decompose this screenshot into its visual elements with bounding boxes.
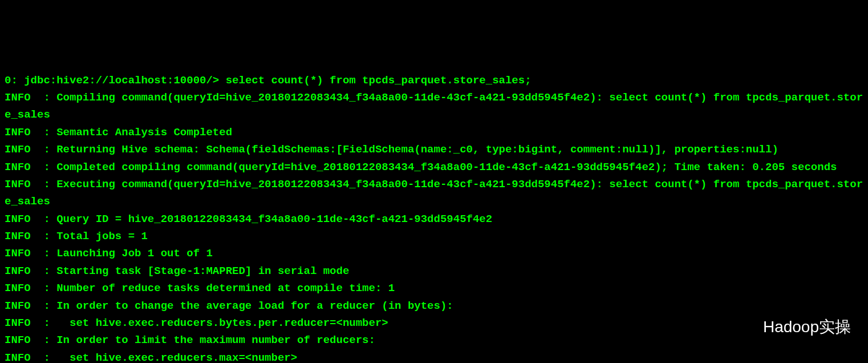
log-line: INFO : In order to change the average lo… <box>5 297 863 314</box>
log-line: INFO : Completed compiling command(query… <box>5 159 863 176</box>
log-line: INFO : Starting task [Stage-1:MAPRED] in… <box>5 263 863 280</box>
log-line: INFO : Compiling command(queryId=hive_20… <box>5 89 863 124</box>
log-line: INFO : Query ID = hive_20180122083434_f3… <box>5 211 863 228</box>
terminal-command: select count(*) from tpcds_parquet.store… <box>226 74 532 87</box>
log-line: INFO : Semantic Analysis Completed <box>5 124 863 141</box>
log-line: INFO : Number of reduce tasks determined… <box>5 280 863 297</box>
wechat-icon <box>733 317 759 338</box>
log-line: INFO : Returning Hive schema: Schema(fie… <box>5 141 863 158</box>
watermark: Hadoop实操 <box>733 314 851 340</box>
watermark-text: Hadoop实操 <box>763 314 851 340</box>
log-line: INFO : Executing command(queryId=hive_20… <box>5 176 863 211</box>
log-line: INFO : Launching Job 1 out of 1 <box>5 245 863 262</box>
log-line: INFO : Total jobs = 1 <box>5 228 863 245</box>
terminal-prompt: 0: jdbc:hive2://localhost:10000/> <box>5 74 219 87</box>
